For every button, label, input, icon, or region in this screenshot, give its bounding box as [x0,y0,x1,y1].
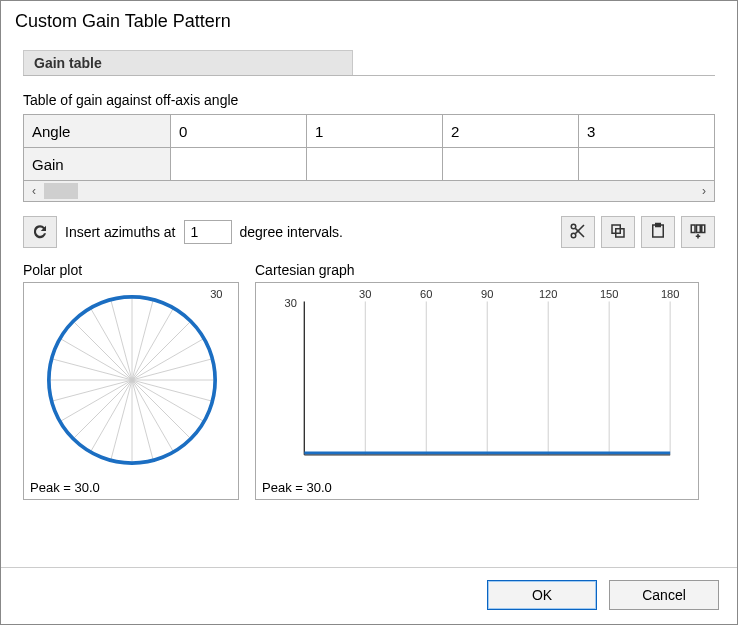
table-caption: Table of gain against off-axis angle [23,92,715,108]
svg-rect-10 [702,225,705,233]
svg-rect-8 [691,225,695,233]
row-label-gain: Gain [24,148,171,181]
table-row: Gain [24,148,715,181]
polar-title: Polar plot [23,262,239,278]
polar-plot: 30 Peak = 30.0 [23,282,239,500]
section-header: Gain table [23,50,715,75]
cartesian-plot: 30 306090120150180 Peak = 30.0 [255,282,699,500]
cartesian-x-tick: 90 [481,288,493,300]
insert-suffix: degree intervals. [240,224,344,240]
scissors-icon [569,222,587,243]
svg-point-1 [571,233,576,238]
dialog-footer: OK Cancel [1,567,737,624]
copy-icon [609,222,627,243]
angle-cell[interactable]: 0 [171,115,307,148]
section-tab: Gain table [23,50,353,75]
cartesian-svg: 30 306090120150180 [256,283,700,477]
insert-prefix: Insert azimuths at [65,224,176,240]
scroll-track[interactable] [78,183,694,199]
cartesian-title: Cartesian graph [255,262,715,278]
gain-cell[interactable] [171,148,307,181]
cartesian-x-tick: 150 [600,288,618,300]
paste-button[interactable] [641,216,675,248]
charts-row: Polar plot [23,262,715,500]
cut-button[interactable] [561,216,595,248]
svg-rect-9 [697,225,701,233]
angle-cell[interactable]: 3 [579,115,715,148]
cartesian-y-tick: 30 [285,297,297,309]
interval-input[interactable] [184,220,232,244]
insert-button[interactable] [23,216,57,248]
svg-rect-7 [656,223,661,226]
cartesian-column: Cartesian graph 30 306090120150180 Peak … [255,262,715,500]
columns-icon [689,222,707,243]
paste-icon [649,222,667,243]
cartesian-x-tick: 180 [661,288,679,300]
row-label-angle: Angle [24,115,171,148]
gain-cell[interactable] [307,148,443,181]
polar-column: Polar plot [23,262,239,500]
table-hscrollbar[interactable]: ‹ › [23,181,715,202]
scroll-left-arrow-icon[interactable]: ‹ [24,181,44,201]
angle-cell[interactable]: 2 [443,115,579,148]
redo-arrow-icon [31,222,49,243]
cartesian-peak-label: Peak = 30.0 [256,480,698,499]
content-area: Gain table Table of gain against off-axi… [1,40,737,567]
insert-toolbar: Insert azimuths at degree intervals. [23,216,715,248]
polar-peak-label: Peak = 30.0 [24,480,238,499]
gain-cell[interactable] [443,148,579,181]
copy-button[interactable] [601,216,635,248]
ok-button[interactable]: OK [487,580,597,610]
scroll-thumb[interactable] [44,183,78,199]
divider [23,75,715,76]
table-row: Angle 0 1 2 3 [24,115,715,148]
window-title: Custom Gain Table Pattern [1,1,737,40]
cartesian-x-tick: 120 [539,288,557,300]
gain-cell[interactable] [579,148,715,181]
cancel-button[interactable]: Cancel [609,580,719,610]
cartesian-x-tick: 60 [420,288,432,300]
polar-tick-label: 30 [210,288,222,300]
dialog-window: Custom Gain Table Pattern Gain table Tab… [0,0,738,625]
svg-point-0 [571,224,576,229]
scroll-right-arrow-icon[interactable]: › [694,181,714,201]
gain-table: Angle 0 1 2 3 Gain [23,114,715,181]
angle-cell[interactable]: 1 [307,115,443,148]
cartesian-x-tick: 30 [359,288,371,300]
polar-svg: 30 [24,283,240,477]
insert-controls: Insert azimuths at degree intervals. [23,216,343,248]
columns-button[interactable] [681,216,715,248]
